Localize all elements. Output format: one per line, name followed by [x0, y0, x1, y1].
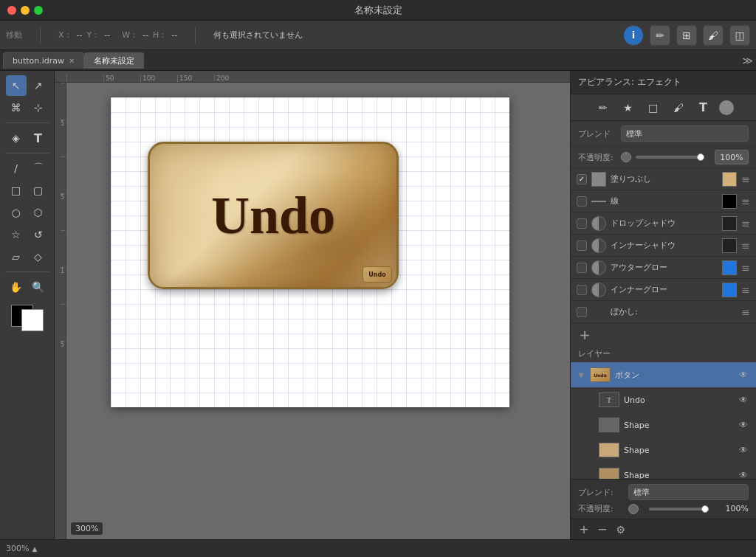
tool-row-star: ☆ ↺: [6, 224, 49, 245]
main-area: ↖ ↗ ⌘ ⊹ ◈ T / ⌒ □ ▢ ○ ⬡ ☆ ↺ ▱: [0, 71, 756, 539]
zoom-arrow-icon: ▲: [32, 545, 37, 553]
info-icon-btn[interactable]: i: [623, 25, 644, 46]
line-tool[interactable]: /: [6, 158, 27, 179]
bottom-opacity-circle[interactable]: [628, 504, 639, 514]
zoom-label[interactable]: 300%: [71, 522, 103, 535]
layer-row-shape1[interactable]: Shape 👁: [571, 412, 756, 437]
panel-icon-pen[interactable]: ✏: [594, 98, 613, 117]
effect-check-dropshadow[interactable]: [577, 218, 587, 229]
layer-row-shape3[interactable]: Shape 👁: [571, 463, 756, 479]
effect-color-stroke[interactable]: [722, 194, 737, 209]
ellipse-tool[interactable]: ○: [6, 202, 27, 223]
star-tool[interactable]: ☆: [6, 224, 27, 245]
effect-check-fill[interactable]: ✓: [577, 174, 587, 184]
layer-vis-text[interactable]: 👁: [737, 393, 750, 406]
statusbar: 300% ▲: [0, 539, 756, 557]
layer-vis-shape2[interactable]: 👁: [737, 443, 750, 457]
direct-select-tool[interactable]: ↗: [28, 75, 49, 96]
opacity-label: 不透明度:: [578, 152, 615, 163]
paint-tool[interactable]: ◈: [6, 128, 27, 148]
ruler-h-mark-0: [66, 75, 103, 82]
tab-overflow-icon[interactable]: ≫: [742, 55, 753, 66]
tab-button-idraw[interactable]: button.idraw ✕: [3, 52, 84, 69]
layer-settings-button[interactable]: ⚙: [616, 524, 625, 536]
misc-tool2[interactable]: ◇: [28, 246, 49, 267]
toolbar-coords: X： -- Y： --: [58, 30, 110, 41]
effect-menu-dropshadow[interactable]: ≡: [741, 218, 750, 229]
layer-row-shape2[interactable]: Shape 👁: [571, 437, 756, 463]
layer-vis-shape1[interactable]: 👁: [737, 418, 750, 432]
opacity-row: 不透明度: 100%: [571, 147, 756, 168]
effect-color-innerglow[interactable]: [722, 283, 737, 297]
tool-row-ellipse: ○ ⬡: [6, 202, 49, 223]
layer-vis-group[interactable]: 👁: [737, 368, 750, 381]
effect-color-outerglow[interactable]: [722, 260, 737, 275]
statusbar-zoom[interactable]: 300% ▲: [6, 544, 37, 553]
effect-menu-innerglow[interactable]: ≡: [741, 284, 750, 296]
background-color[interactable]: [21, 309, 44, 331]
right-panel: アピアランス: エフェクト ✏ ★ □ 🖌 T ブレンド 標準 不透明度: 10…: [570, 71, 756, 539]
window-title: 名称未設定: [354, 4, 402, 17]
effect-check-innershadow[interactable]: [577, 241, 587, 251]
color-preview[interactable]: [11, 305, 44, 331]
effect-check-innerglow[interactable]: [577, 285, 587, 295]
effect-check-outerglow[interactable]: [577, 263, 587, 273]
bottom-opacity-slider[interactable]: [649, 508, 709, 511]
select-tool[interactable]: ↖: [6, 75, 27, 96]
misc-tool1[interactable]: ▱: [6, 246, 27, 267]
effect-row-stroke: 線 ≡: [571, 190, 756, 212]
layer-row-group[interactable]: ▼ Undo ボタン 👁: [571, 362, 756, 387]
hand-tool[interactable]: ✋: [6, 277, 27, 297]
effect-menu-fill[interactable]: ≡: [741, 173, 750, 185]
effect-color-fill[interactable]: [722, 172, 737, 187]
effect-color-dropshadow[interactable]: [722, 216, 737, 231]
panel-icon-text[interactable]: T: [694, 98, 713, 117]
text-tool[interactable]: T: [28, 128, 49, 148]
pen-tool[interactable]: ⌘: [6, 97, 27, 118]
panel-header-title: アピアランス: エフェクト: [578, 76, 681, 89]
spiral-tool[interactable]: ↺: [28, 224, 49, 245]
grid-icon-btn[interactable]: ⊞: [676, 25, 697, 46]
tab-new-file[interactable]: 名称未設定: [84, 52, 144, 69]
pencil-icon-btn[interactable]: ✏: [650, 25, 670, 46]
add-layer-button[interactable]: +: [577, 522, 591, 537]
titlebar: 名称未設定: [0, 0, 756, 21]
add-effect-button[interactable]: +: [577, 326, 593, 342]
canvas-viewport[interactable]: Undo Undo 300%: [66, 83, 570, 539]
effect-menu-innershadow[interactable]: ≡: [741, 240, 750, 252]
layer-row-text[interactable]: T Undo 👁: [571, 387, 756, 412]
tab-close-0[interactable]: ✕: [69, 57, 75, 65]
rect-tool[interactable]: □: [6, 180, 27, 201]
opacity-circle[interactable]: [621, 152, 631, 162]
layers-icon-btn[interactable]: ◫: [729, 25, 750, 46]
blend-select[interactable]: 標準: [621, 125, 749, 142]
polygon-tool[interactable]: ⬡: [28, 202, 49, 223]
maximize-button[interactable]: [34, 6, 43, 15]
effect-menu-stroke[interactable]: ≡: [741, 196, 750, 207]
effect-menu-blur[interactable]: ≡: [741, 306, 750, 318]
panel-icon-rect[interactable]: □: [644, 98, 663, 117]
panel-icon-star[interactable]: ★: [619, 98, 638, 117]
zoom-tool[interactable]: 🔍: [28, 277, 49, 297]
effect-color-innershadow[interactable]: [722, 238, 737, 253]
layer-expand-group[interactable]: ▼: [577, 370, 585, 379]
anchor-tool[interactable]: ⊹: [28, 97, 49, 118]
undo-button-container[interactable]: Undo Undo: [148, 142, 399, 289]
tool-sep2: [5, 153, 49, 153]
effect-check-blur[interactable]: [577, 307, 587, 317]
layer-vis-shape3[interactable]: 👁: [737, 468, 750, 479]
opacity-slider[interactable]: [636, 156, 704, 159]
minimize-button[interactable]: [21, 6, 30, 15]
rounded-rect-tool[interactable]: ▢: [28, 180, 49, 201]
brush-icon-btn[interactable]: 🖌: [703, 25, 724, 46]
opacity-value[interactable]: 100%: [715, 150, 749, 165]
delete-layer-button[interactable]: −: [597, 522, 607, 536]
bottom-blend-select[interactable]: 標準: [628, 484, 749, 500]
panel-icon-brush[interactable]: 🖌: [669, 98, 688, 117]
effect-check-stroke[interactable]: [577, 196, 587, 207]
bottom-panel: ブレンド: 標準 不透明度: 100%: [571, 479, 756, 519]
effect-menu-outerglow[interactable]: ≡: [741, 262, 750, 274]
curve-tool[interactable]: ⌒: [28, 158, 49, 179]
panel-icon-circle[interactable]: [719, 100, 734, 115]
close-button[interactable]: [7, 6, 16, 15]
